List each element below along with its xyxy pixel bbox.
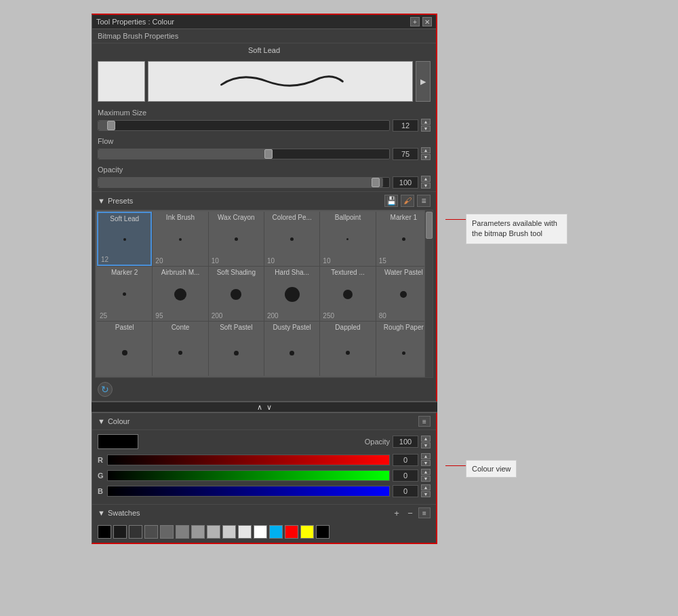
preset-save-button[interactable]: 💾 xyxy=(384,195,398,207)
colour-opacity-down[interactable]: ▼ xyxy=(421,442,431,448)
colour-opacity-spinners: ▲ ▼ xyxy=(421,436,431,448)
preset-cell[interactable]: Textured ...250 xyxy=(320,267,375,321)
swatches-remove-button[interactable]: − xyxy=(405,507,416,518)
preset-cell-name: Soft Shading xyxy=(210,269,262,276)
swatch-item[interactable] xyxy=(254,525,267,539)
preset-cell[interactable]: Ballpoint10 xyxy=(320,212,375,266)
preset-cell[interactable]: Hard Sha...200 xyxy=(264,267,319,321)
presets-chevron-icon: ▼ xyxy=(98,197,105,205)
presets-title-text: Presets xyxy=(108,197,133,205)
opacity-slider-row: 100 ▲ ▼ xyxy=(98,176,431,189)
max-size-value[interactable]: 12 xyxy=(393,119,418,132)
preset-cell-name: Textured ... xyxy=(321,269,374,276)
opacity-down[interactable]: ▼ xyxy=(421,182,431,189)
preset-menu-button[interactable]: ≡ xyxy=(417,195,431,207)
swatches-header: ▼ Swatches + − ≡ xyxy=(92,504,436,521)
refresh-button[interactable]: ↻ xyxy=(98,382,113,397)
max-size-track[interactable] xyxy=(98,120,390,131)
opacity-track[interactable] xyxy=(98,177,390,188)
preset-cell[interactable]: Ink Brush20 xyxy=(153,212,207,266)
scrollbar-thumb[interactable] xyxy=(426,212,433,239)
preset-cell[interactable]: Colored Pe...10 xyxy=(264,212,319,266)
flow-track[interactable] xyxy=(98,149,390,159)
rgb-g-down[interactable]: ▼ xyxy=(421,476,431,482)
preset-cell[interactable]: Soft Pastel xyxy=(209,322,264,376)
preset-cell-preview xyxy=(378,276,430,312)
rgb-r-up[interactable]: ▲ xyxy=(421,453,431,459)
flow-up[interactable]: ▲ xyxy=(421,147,431,153)
main-colour-swatch[interactable] xyxy=(98,434,138,449)
rgb-r-track[interactable] xyxy=(107,455,390,465)
preset-cell[interactable]: Water Pastel80 xyxy=(376,267,431,321)
preset-cell[interactable]: Wax Crayon10 xyxy=(209,212,264,266)
preset-cell-preview xyxy=(378,221,430,257)
preset-cell[interactable]: Dappled xyxy=(320,322,375,376)
colour-top-row: Opacity 100 ▲ ▼ xyxy=(98,434,431,449)
max-size-up[interactable]: ▲ xyxy=(421,119,431,125)
rgb-b-down[interactable]: ▼ xyxy=(421,491,431,497)
rgb-g-track[interactable] xyxy=(107,470,390,481)
rgb-r-label: R xyxy=(98,456,104,464)
swatch-item[interactable] xyxy=(300,525,314,539)
colour-menu-button[interactable]: ≡ xyxy=(418,416,431,427)
max-size-spinners: ▲ ▼ xyxy=(421,119,431,132)
swatch-item[interactable] xyxy=(176,525,189,539)
panel-wrapper: Tool Properties : Colour + ✕ Bitmap Brus… xyxy=(92,14,437,544)
swatch-item[interactable] xyxy=(191,525,205,539)
flow-label: Flow xyxy=(98,137,431,145)
presets-grid-container: Soft Lead12Ink Brush20Wax Crayon10Colore… xyxy=(95,210,433,378)
opacity-up[interactable]: ▲ xyxy=(421,176,431,182)
preset-cell[interactable]: Marker 115 xyxy=(376,212,431,266)
swatch-item[interactable] xyxy=(160,525,174,539)
colour-annotation-text: Colour view xyxy=(466,460,517,478)
swatch-item[interactable] xyxy=(222,525,236,539)
panel-close-button[interactable]: ✕ xyxy=(422,17,432,26)
preset-cell-preview xyxy=(154,276,206,312)
swatch-item[interactable] xyxy=(269,525,283,539)
max-size-down[interactable]: ▼ xyxy=(421,126,431,132)
preset-cell[interactable]: Rough Paper xyxy=(376,322,431,376)
preset-cell[interactable]: Airbrush M...95 xyxy=(153,267,207,321)
swatch-item[interactable] xyxy=(113,525,127,539)
brush-next-button[interactable]: ▶ xyxy=(416,61,431,102)
preset-cell-size: 10 xyxy=(266,257,275,265)
swatches-add-button[interactable]: + xyxy=(391,507,402,518)
rgb-b-up[interactable]: ▲ xyxy=(421,484,431,490)
colour-opacity-value[interactable]: 100 xyxy=(393,436,418,448)
preset-brush-button[interactable]: 🖌 xyxy=(401,195,414,207)
rgb-g-value[interactable]: 0 xyxy=(393,469,418,482)
preset-cell-preview xyxy=(266,331,318,374)
rgb-r-value[interactable]: 0 xyxy=(393,454,418,466)
rgb-b-track[interactable] xyxy=(107,486,390,497)
presets-scrollbar[interactable] xyxy=(424,210,433,377)
swatch-item[interactable] xyxy=(129,525,142,539)
preset-cell[interactable]: Conte xyxy=(153,322,207,376)
max-size-section: Maximum Size 12 ▲ ▼ xyxy=(92,106,436,134)
swatch-item[interactable] xyxy=(98,525,111,539)
rgb-b-value[interactable]: 0 xyxy=(393,485,418,497)
rgb-g-up[interactable]: ▲ xyxy=(421,469,431,475)
panel-title-bar: Tool Properties : Colour + ✕ xyxy=(92,15,436,29)
flow-value[interactable]: 75 xyxy=(393,148,418,160)
preset-cell-name: Ink Brush xyxy=(154,214,206,221)
preset-cell[interactable]: Soft Lead12 xyxy=(97,212,152,266)
opacity-value[interactable]: 100 xyxy=(393,176,418,189)
preset-cell[interactable]: Soft Shading200 xyxy=(209,267,264,321)
preset-cell[interactable]: Dusty Pastel xyxy=(264,322,319,376)
preset-cell[interactable]: Marker 225 xyxy=(97,267,152,321)
swatch-item[interactable] xyxy=(207,525,220,539)
swatches-menu-button[interactable]: ≡ xyxy=(418,507,431,518)
colour-opacity-up[interactable]: ▲ xyxy=(421,436,431,442)
flow-down[interactable]: ▼ xyxy=(421,154,431,160)
swatch-item[interactable] xyxy=(238,525,252,539)
rgb-r-down[interactable]: ▼ xyxy=(421,460,431,466)
panel-add-button[interactable]: + xyxy=(410,17,420,26)
preset-cell-size: 250 xyxy=(321,312,334,320)
flow-slider-row: 75 ▲ ▼ xyxy=(98,147,431,160)
swatch-item[interactable] xyxy=(285,525,298,539)
preset-cell[interactable]: Pastel xyxy=(97,322,152,376)
swatch-item[interactable] xyxy=(144,525,158,539)
preset-cell-name: Wax Crayon xyxy=(210,214,262,221)
swatch-item[interactable] xyxy=(316,525,330,539)
preset-cell-preview xyxy=(154,331,206,374)
